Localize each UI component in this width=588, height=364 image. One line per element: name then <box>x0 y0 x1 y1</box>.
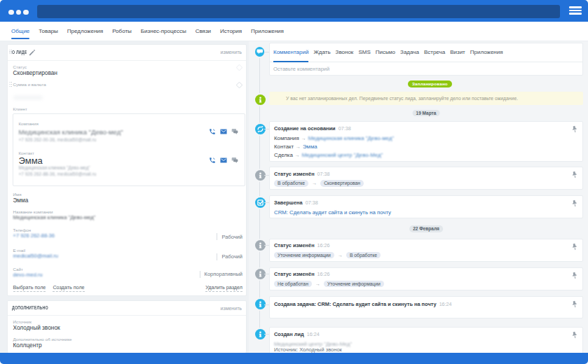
entry-title: Создан лид <box>274 331 304 337</box>
tab-biznes-processy[interactable]: Бизнес-процессы <box>141 22 186 41</box>
status-pill: Сконвертирован <box>320 180 364 187</box>
comment-input[interactable]: Оставьте комментарий <box>270 62 582 76</box>
task-link[interactable]: CRM: Сделать аудит сайта и скинуть на по… <box>274 209 391 216</box>
additional-edit-button[interactable]: изменить <box>221 306 242 311</box>
pin-icon[interactable] <box>571 272 578 280</box>
status-pill: Уточнение информации <box>274 252 334 259</box>
company-name-blurred[interactable]: Медицинская клиника "Дево-мед" <box>19 129 123 136</box>
date-chip: 19 Марта <box>413 110 440 117</box>
hamburger-menu-icon[interactable] <box>569 6 582 16</box>
additional-title: ДОПОЛНИТЕЛЬНО <box>12 305 48 310</box>
edit-pencil-icon[interactable] <box>29 49 36 56</box>
entry-time: 16:26 <box>317 242 330 248</box>
entry-title-row: Создана задача: CRM: Сделать аудит сайта… <box>274 301 568 308</box>
browser-frame: Общие Товары Предложения Роботы Бизнес-п… <box>0 0 588 364</box>
composer-tab-sms[interactable]: SMS <box>358 43 370 62</box>
composer-tab-pismo[interactable]: Письмо <box>376 43 395 62</box>
composer-tab-zhdat[interactable]: Ждать <box>313 43 330 62</box>
arrow-icon <box>293 152 302 158</box>
company-link-blurred[interactable]: Медицинская клиника "Дево-мед" <box>308 135 394 141</box>
field-type-label: Рабочий <box>221 253 242 260</box>
address-bar[interactable] <box>37 5 560 18</box>
deal-link-blurred[interactable]: Медицинский центр "Дево-Мед" <box>302 152 383 158</box>
about-lead-header: О ЛИДЕ изменить <box>8 45 246 61</box>
status-pill: В обработке <box>274 180 308 187</box>
tab-predlozheniya[interactable]: Предложения <box>67 22 103 41</box>
phone-icon[interactable] <box>209 157 216 164</box>
pin-icon[interactable] <box>571 300 578 309</box>
about-edit-button[interactable]: изменить <box>221 50 242 55</box>
field-label: Статус <box>13 64 57 69</box>
field-label: Источник <box>13 319 60 324</box>
lead-nav-tabbar: Общие Товары Предложения Роботы Бизнес-п… <box>0 22 588 41</box>
field-value: Холодный звонок <box>13 324 60 331</box>
email-icon[interactable] <box>220 157 227 164</box>
tab-obshchie[interactable]: Общие <box>11 22 29 41</box>
pin-icon[interactable] <box>571 200 578 208</box>
contact-name[interactable]: Эмма <box>19 156 43 165</box>
create-field-button[interactable]: Создать поле <box>53 284 84 292</box>
window-dot-icon <box>8 10 13 15</box>
composer-tab-prilozheniya[interactable]: Приложения <box>470 43 503 62</box>
timeline-entry-task-created: Создана задача: CRM: Сделать аудит сайта… <box>269 296 583 318</box>
drag-handle-icon[interactable] <box>9 82 12 87</box>
pin-icon[interactable] <box>571 171 578 179</box>
tab-istoriya[interactable]: История <box>220 22 242 41</box>
field-settings-icon[interactable] <box>236 82 243 89</box>
entry-title-row: Статус изменён16:26 <box>274 271 568 278</box>
info-icon-green <box>255 94 266 105</box>
email-icon[interactable] <box>220 128 227 135</box>
pin-icon[interactable] <box>571 125 578 134</box>
site-type: Корпоративный <box>200 271 242 278</box>
composer-tab-vizit[interactable]: Визит <box>450 43 465 62</box>
field-sum: Сумма и валюта <box>13 82 46 87</box>
lead-source: Источник: Холодный звонок <box>274 347 568 353</box>
chat-icon[interactable] <box>231 128 238 135</box>
select-field-button[interactable]: Выбрать поле <box>13 284 46 292</box>
field-value-link[interactable]: +7 926 262-88-36 <box>13 232 55 239</box>
field-site: Сайт devo-med.ru <box>13 267 43 279</box>
field-links-row: Выбрать поле Создать поле Удалить раздел <box>13 284 243 292</box>
about-lead-card: О ЛИДЕ изменить Статус Сконвертирован Су… <box>7 44 247 296</box>
tab-prilozheniya[interactable]: Приложения <box>251 22 284 41</box>
entry-row: CRM: Сделать аудит сайта и скинуть на по… <box>274 209 568 217</box>
composer-tab-kommentarij[interactable]: Комментарий <box>273 43 308 62</box>
about-lead-title: О ЛИДЕ <box>12 50 27 55</box>
chat-icon[interactable] <box>231 157 238 164</box>
pin-icon[interactable] <box>571 331 578 340</box>
entry-title: Статус изменён <box>274 271 315 277</box>
delete-section-button[interactable]: Удалить раздел <box>205 284 242 292</box>
field-value: Эмма <box>13 197 29 204</box>
phone-icon[interactable] <box>209 128 216 135</box>
status-pill: Уточнение информации <box>324 281 384 288</box>
field-type-label: Рабочий <box>221 234 242 240</box>
date-chip: 22 Февраля <box>409 225 443 232</box>
bottom-bar <box>0 353 588 364</box>
company-actions <box>209 128 238 135</box>
pin-icon[interactable] <box>571 243 578 251</box>
entry-row-label: Сделка <box>274 152 293 158</box>
field-value-link[interactable]: medical50@mail.ru <box>13 253 58 260</box>
entry-row: СделкаМедицинский центр "Дево-Мед" <box>274 151 568 160</box>
entry-row-label: Компания <box>274 135 299 141</box>
tab-roboty[interactable]: Роботы <box>112 22 132 41</box>
nav-tabs: Общие Товары Предложения Роботы Бизнес-п… <box>0 22 588 41</box>
status-transition: Не обработанУточнение информации <box>274 281 568 288</box>
phone-type: Рабочий <box>217 233 242 240</box>
tab-svyazi[interactable]: Связи <box>196 22 211 41</box>
entry-row: КонтактЭмма <box>274 143 568 151</box>
composer-tab-zvonok[interactable]: Звонок <box>336 43 354 62</box>
composer-tab-vstrecha[interactable]: Встреча <box>424 43 445 62</box>
entry-time: 07:38 <box>317 171 330 177</box>
entry-title-row: Создание на основании07:38 <box>274 125 568 132</box>
window-dot-icon <box>16 10 21 15</box>
field-lock-icon <box>236 64 243 71</box>
arrow-icon <box>308 180 320 187</box>
field-value-link[interactable]: devo-med.ru <box>13 272 43 279</box>
tab-tovary[interactable]: Товары <box>39 22 58 41</box>
contact-link[interactable]: Эмма <box>303 144 317 150</box>
composer-tab-zadacha[interactable]: Задача <box>400 43 419 62</box>
field-value-blurred: Медицинская клиника "Дево-мед" <box>13 214 96 221</box>
entry-title: Создание на основании <box>274 125 336 132</box>
field-label: Сумма и валюта <box>13 82 46 87</box>
